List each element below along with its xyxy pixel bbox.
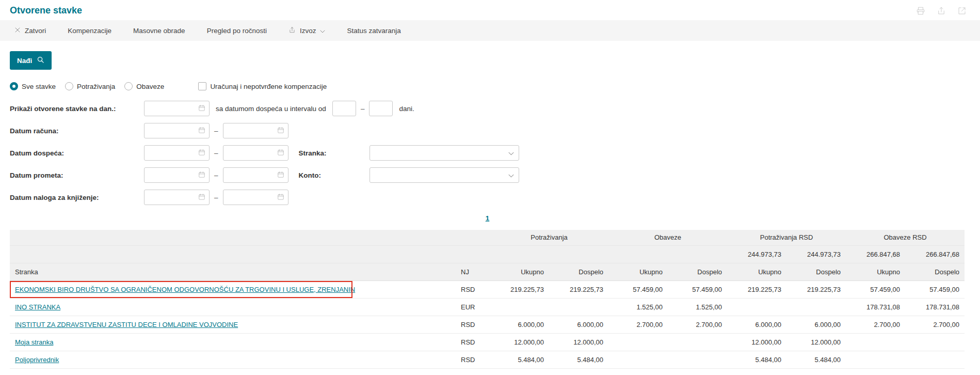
radio-potrazivanja[interactable] (65, 82, 73, 90)
value-cell: 5.484,00 (490, 351, 549, 368)
interval-text: sa datumom dospeća u intervalu od (216, 105, 326, 113)
column-header-ukupno: Ukupno (846, 263, 905, 280)
stranka-link[interactable]: EKONOMSKI BIRO DRUŠTVO SA OGRANIČENOM OD… (15, 286, 355, 293)
pagination: 1 (10, 213, 965, 223)
page-header: Otvorene stavke (0, 0, 980, 20)
radio-sve-stavke[interactable] (10, 82, 18, 90)
column-header-dospelo: Dospelo (668, 263, 727, 280)
filters-panel: Prikaži otvorene stavke na dan.: sa datu… (10, 101, 980, 205)
filter-row-datum-racuna: Datum računa: – (10, 123, 980, 138)
value-cell: 5.484,00 (549, 351, 608, 368)
stranka-link[interactable]: INO STRANKA (15, 303, 60, 311)
checkbox-option-kompenzacije[interactable]: Uračunaj i nepotvrđene kompenzacije (198, 82, 327, 90)
print-icon[interactable] (916, 6, 925, 15)
open-in-new-icon[interactable] (957, 6, 967, 15)
page-title: Otvorene stavke (10, 5, 82, 16)
value-cell (846, 333, 905, 351)
toolbar-item-izvoz[interactable]: Izvoz (288, 26, 326, 35)
find-button-label: Nađi (17, 57, 32, 65)
radio-obaveze[interactable] (124, 82, 133, 90)
radio-option-potrazivanja[interactable]: Potraživanja (65, 82, 115, 90)
filter-label-konto: Konto: (299, 171, 369, 179)
toolbar-kompenzacije-label: Kompenzacije (68, 27, 111, 35)
calendar-icon[interactable] (277, 127, 284, 135)
checkbox-kompenzacije[interactable] (198, 82, 206, 90)
radio-obaveze-label: Obaveze (136, 83, 164, 90)
value-cell: 12.000,00 (549, 333, 608, 351)
calendar-icon[interactable] (198, 149, 205, 158)
value-cell (668, 333, 727, 351)
calendar-icon[interactable] (198, 104, 205, 113)
calendar-icon[interactable] (198, 127, 205, 135)
group-header-potrazivanja: Potraživanja (490, 230, 608, 245)
nj-cell: RSD (456, 351, 490, 368)
datum-racuna-od-input[interactable] (144, 123, 210, 138)
stranka-link[interactable]: INSTITUT ZA ZDRAVSTVENU ZASTITU DECE I O… (15, 321, 238, 329)
table-column-header-row: Stranka NJ Ukupno Dospelo Ukupno Dospelo… (10, 263, 965, 280)
range-dash: – (214, 171, 218, 179)
toolbar-item-masovne-obrade[interactable]: Masovne obrade (133, 27, 185, 35)
calendar-icon[interactable] (277, 149, 284, 158)
radio-option-sve-stavke[interactable]: Sve stavke (10, 82, 56, 90)
filter-label-datum-dospeca: Datum dospeća: (10, 149, 144, 157)
value-cell: 12.000,00 (490, 333, 549, 351)
open-items-page: Otvorene stavke Zatvori Kompenzacije Mas… (0, 0, 980, 375)
datum-dospeca-od-input[interactable] (144, 145, 210, 161)
datum-racuna-do-input[interactable] (223, 123, 288, 138)
value-cell (668, 351, 727, 368)
radio-option-obaveze[interactable]: Obaveze (124, 82, 164, 90)
range-dash: – (361, 105, 365, 113)
value-cell: 6.000,00 (549, 316, 608, 333)
toolbar-item-status-zatvaranja[interactable]: Status zatvaranja (347, 27, 400, 35)
find-button[interactable]: Nađi (10, 51, 52, 70)
table-row: INSTITUT ZA ZDRAVSTVENU ZASTITU DECE I O… (10, 316, 965, 333)
calendar-icon[interactable] (277, 171, 284, 180)
filter-label-na-dan: Prikaži otvorene stavke na dan.: (10, 105, 144, 113)
konto-select[interactable] (369, 167, 519, 183)
value-cell (786, 298, 846, 316)
toolbar-item-kompenzacije[interactable]: Kompenzacije (68, 27, 111, 35)
filter-row-datum-prometa: Datum prometa: – Konto: (10, 167, 980, 183)
datum-dospeca-do-input[interactable] (223, 145, 288, 161)
stranka-link[interactable]: Moja stranka (15, 338, 53, 346)
toolbar-item-pregled-po-rocnosti[interactable]: Pregled po ročnosti (207, 27, 267, 35)
toolbar-item-zatvori[interactable]: Zatvori (14, 27, 46, 35)
value-cell: 57.459,00 (608, 280, 668, 298)
table-totals-row: 244.973,73 244.973,73 266.847,68 266.847… (10, 245, 965, 263)
value-cell: 2.700,00 (608, 316, 668, 333)
value-cell (905, 333, 965, 351)
column-header-ukupno: Ukupno (490, 263, 549, 280)
interval-do-input[interactable] (369, 101, 393, 116)
na-dan-date-input[interactable] (144, 101, 210, 116)
search-icon (37, 56, 44, 65)
stranka-select[interactable] (369, 145, 519, 161)
calendar-icon[interactable] (198, 171, 205, 180)
datum-prometa-od-input[interactable] (144, 167, 210, 183)
stranka-link[interactable]: Poljoprivrednik (15, 356, 59, 364)
calendar-icon[interactable] (198, 193, 205, 202)
filter-label-datum-racuna: Datum računa: (10, 127, 144, 135)
datum-naloga-do-input[interactable] (223, 190, 288, 205)
interval-suffix: dani. (399, 105, 414, 113)
value-cell: 2.700,00 (846, 316, 905, 333)
totals-empty (10, 245, 727, 263)
group-header-obaveze: Obaveze (608, 230, 727, 245)
datum-naloga-od-input[interactable] (144, 190, 210, 205)
value-cell: 57.459,00 (846, 280, 905, 298)
share-icon[interactable] (937, 6, 946, 15)
datum-prometa-do-input[interactable] (223, 167, 288, 183)
value-cell: 5.484,00 (727, 351, 786, 368)
table-row: INO STRANKA EUR 1.525,00 1.525,00 178.73… (10, 298, 965, 316)
value-cell (549, 298, 608, 316)
column-header-dospelo: Dospelo (905, 263, 965, 280)
interval-od-input[interactable] (332, 101, 356, 116)
page-number-1[interactable]: 1 (486, 214, 490, 222)
value-cell: 219.225,73 (786, 280, 846, 298)
value-cell: 2.700,00 (905, 316, 965, 333)
calendar-icon[interactable] (277, 193, 284, 202)
value-cell: 219.225,73 (549, 280, 608, 298)
radio-sve-stavke-label: Sve stavke (22, 83, 56, 90)
table-row: EKONOMSKI BIRO DRUŠTVO SA OGRANIČENOM OD… (10, 280, 965, 298)
table-group-header-row: Potraživanja Obaveze Potraživanja RSD Ob… (10, 230, 965, 245)
value-cell (608, 333, 668, 351)
